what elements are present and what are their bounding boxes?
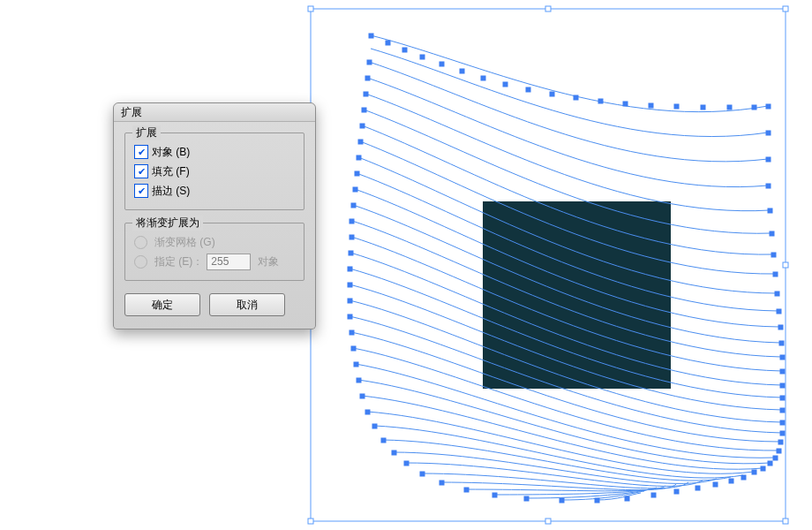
svg-rect-18 — [766, 104, 771, 109]
svg-rect-21 — [364, 92, 368, 96]
expand-group-legend: 扩展 — [132, 125, 161, 140]
svg-rect-15 — [701, 105, 705, 110]
svg-rect-24 — [358, 140, 363, 144]
svg-rect-30 — [350, 235, 354, 239]
bbox-handle[interactable] — [783, 6, 788, 11]
svg-rect-33 — [348, 283, 352, 287]
svg-rect-0 — [369, 34, 373, 38]
ok-button[interactable]: 确定 — [124, 293, 200, 316]
specify-unit-label: 对象 — [258, 254, 279, 269]
svg-rect-8 — [526, 87, 530, 92]
svg-rect-11 — [598, 99, 603, 103]
specify-count-input: 255 — [207, 254, 251, 270]
svg-rect-59 — [780, 396, 785, 400]
svg-rect-63 — [778, 440, 783, 444]
gradient-expand-group: 将渐变扩展为 渐变网格 (G) 指定 (E)： 255 对象 — [124, 223, 304, 281]
dark-rectangle-object[interactable] — [483, 201, 671, 389]
svg-rect-56 — [780, 355, 785, 360]
svg-rect-53 — [777, 309, 781, 314]
svg-rect-29 — [350, 219, 354, 223]
svg-rect-1 — [386, 41, 390, 45]
svg-rect-73 — [492, 493, 497, 497]
svg-rect-4 — [440, 62, 444, 66]
gradient-group-legend: 将渐变扩展为 — [132, 216, 203, 231]
checkbox-object-label: 对象 (B) — [152, 145, 190, 160]
svg-rect-7 — [503, 82, 508, 87]
svg-rect-13 — [649, 103, 653, 108]
bbox-handle[interactable] — [308, 6, 313, 11]
svg-rect-10 — [574, 95, 578, 100]
svg-rect-49 — [770, 231, 774, 236]
svg-rect-9 — [550, 92, 554, 96]
svg-rect-72 — [464, 488, 469, 492]
radio-gradient-mesh — [134, 236, 147, 249]
svg-rect-58 — [780, 383, 785, 388]
bbox-handle[interactable] — [783, 519, 788, 524]
checkbox-stroke-label: 描边 (S) — [152, 184, 190, 199]
svg-rect-43 — [381, 438, 386, 443]
bbox-handle[interactable] — [545, 6, 551, 11]
checkbox-fill-label: 填充 (F) — [152, 164, 190, 179]
svg-rect-70 — [420, 472, 425, 476]
svg-rect-69 — [404, 461, 409, 466]
bbox-handle[interactable] — [308, 519, 313, 524]
svg-rect-16 — [727, 105, 732, 110]
svg-rect-3 — [420, 55, 425, 59]
svg-rect-80 — [695, 486, 700, 490]
svg-rect-46 — [766, 157, 771, 162]
svg-rect-23 — [360, 124, 365, 128]
svg-rect-39 — [357, 378, 361, 382]
svg-rect-52 — [775, 292, 779, 296]
svg-rect-78 — [651, 493, 656, 497]
svg-rect-35 — [348, 314, 352, 319]
svg-rect-12 — [623, 102, 628, 106]
svg-rect-64 — [777, 449, 781, 453]
svg-rect-38 — [354, 362, 358, 367]
svg-rect-51 — [773, 272, 778, 276]
svg-rect-28 — [351, 203, 356, 208]
expand-dialog: 扩展 扩展 对象 (B) 填充 (F) 描边 (S) 将渐变扩展为 渐变网格 (… — [113, 102, 316, 329]
radio-specify — [134, 255, 147, 269]
svg-rect-25 — [357, 155, 361, 160]
svg-rect-45 — [766, 131, 771, 135]
radio-gradient-mesh-label: 渐变网格 (G) — [154, 235, 215, 250]
svg-rect-22 — [362, 108, 366, 112]
svg-rect-37 — [351, 346, 356, 351]
svg-rect-42 — [372, 424, 377, 428]
svg-rect-36 — [350, 330, 354, 335]
svg-rect-32 — [348, 267, 352, 271]
dialog-title[interactable]: 扩展 — [114, 103, 315, 122]
svg-rect-79 — [674, 489, 679, 494]
svg-rect-55 — [779, 341, 784, 345]
anchor-points-top — [369, 34, 771, 110]
cancel-button[interactable]: 取消 — [209, 293, 285, 316]
expand-group: 扩展 对象 (B) 填充 (F) 描边 (S) — [124, 132, 304, 210]
svg-rect-66 — [768, 461, 772, 466]
svg-rect-67 — [761, 466, 765, 471]
svg-rect-71 — [440, 481, 444, 485]
svg-rect-83 — [741, 475, 746, 480]
checkbox-stroke[interactable] — [134, 184, 148, 198]
svg-rect-26 — [355, 171, 359, 176]
svg-rect-17 — [752, 105, 756, 110]
svg-rect-34 — [348, 299, 352, 303]
svg-rect-57 — [780, 369, 785, 374]
svg-rect-19 — [367, 60, 372, 64]
checkbox-fill[interactable] — [134, 164, 148, 178]
radio-specify-prefix: 指定 (E)： — [154, 254, 203, 269]
svg-rect-68 — [752, 470, 756, 474]
svg-rect-41 — [365, 410, 370, 414]
bbox-handle[interactable] — [545, 519, 551, 524]
svg-rect-44 — [392, 450, 396, 455]
checkbox-object[interactable] — [134, 145, 148, 159]
svg-rect-60 — [780, 408, 785, 413]
svg-rect-5 — [460, 69, 464, 73]
svg-rect-82 — [729, 479, 733, 483]
svg-rect-47 — [766, 184, 771, 188]
anchor-points-right — [752, 131, 785, 474]
bbox-handle[interactable] — [783, 262, 788, 268]
svg-rect-75 — [560, 498, 564, 503]
svg-rect-48 — [768, 208, 772, 213]
svg-rect-76 — [595, 498, 599, 503]
svg-rect-20 — [365, 76, 370, 80]
